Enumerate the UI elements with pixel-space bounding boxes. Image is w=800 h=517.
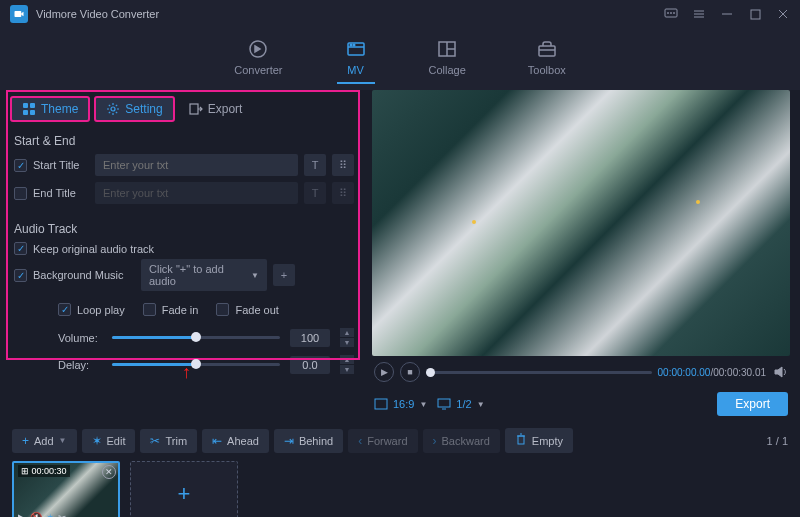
delay-value[interactable]: 0.0 [290, 356, 330, 374]
svg-rect-27 [190, 104, 198, 114]
svg-point-16 [353, 44, 355, 46]
converter-icon [247, 38, 269, 60]
svg-point-4 [674, 13, 675, 14]
aspect-ratio-dropdown[interactable]: 16:9 ▼ [374, 398, 427, 410]
toolbox-icon [536, 38, 558, 60]
chevron-down-icon: ▼ [251, 271, 259, 280]
export-icon [189, 102, 203, 116]
feedback-icon[interactable] [664, 7, 678, 21]
fade-in-checkbox[interactable] [143, 303, 156, 316]
bg-music-checkbox[interactable] [14, 269, 27, 282]
add-button[interactable]: +Add▼ [12, 429, 77, 453]
backward-icon: › [433, 434, 437, 448]
end-title-options-button[interactable]: ⠿ [332, 182, 354, 204]
tab-theme[interactable]: Theme [10, 96, 90, 122]
ahead-button[interactable]: ⇤Ahead [202, 429, 269, 453]
edit-button[interactable]: ✶Edit [82, 429, 136, 453]
gear-icon [106, 102, 120, 116]
delay-up[interactable]: ▲ [340, 355, 354, 364]
clip-remove-button[interactable]: ✕ [102, 465, 116, 479]
add-clip-button[interactable]: + [130, 461, 238, 517]
clip-mute-icon[interactable]: 🔇 [30, 512, 42, 517]
wand-icon: ✶ [92, 434, 102, 448]
section-audio-track: Audio Track [14, 222, 354, 236]
aspect-icon [374, 398, 388, 410]
start-title-input[interactable] [95, 154, 298, 176]
volume-value[interactable]: 100 [290, 329, 330, 347]
chevron-down-icon: ▼ [477, 400, 485, 409]
bg-music-dropdown[interactable]: Click "+" to add audio ▼ [141, 259, 267, 291]
titlebar: Vidmore Video Converter [0, 0, 800, 28]
backward-button[interactable]: ›Backward [423, 429, 500, 453]
end-title-font-button[interactable]: T [304, 182, 326, 204]
page-indicator: 1 / 1 [767, 435, 788, 447]
svg-rect-24 [23, 110, 28, 115]
scale-dropdown[interactable]: 1/2 ▼ [437, 398, 484, 410]
tab-setting[interactable]: Setting [94, 96, 174, 122]
nav-toolbox[interactable]: Toolbox [520, 36, 574, 84]
volume-down[interactable]: ▼ [340, 338, 354, 347]
empty-button[interactable]: Empty [505, 428, 573, 453]
keep-original-checkbox[interactable] [14, 242, 27, 255]
end-title-input[interactable] [95, 182, 298, 204]
tab-export[interactable]: Export [179, 96, 253, 122]
close-icon[interactable] [776, 7, 790, 21]
mv-icon [345, 38, 367, 60]
plus-icon: + [22, 434, 29, 448]
clip-play-icon[interactable]: ▶ [18, 512, 26, 517]
trim-button[interactable]: ✂Trim [140, 429, 197, 453]
svg-point-3 [671, 13, 672, 14]
svg-rect-22 [23, 103, 28, 108]
keep-original-label: Keep original audio track [33, 243, 154, 255]
export-button[interactable]: Export [717, 392, 788, 416]
delay-label: Delay: [58, 359, 102, 371]
play-button[interactable]: ▶ [374, 362, 394, 382]
clip-duration: ⊞ 00:00:30 [18, 465, 70, 477]
loop-play-checkbox[interactable] [58, 303, 71, 316]
bg-music-label: Background Music [33, 269, 135, 281]
svg-point-2 [668, 13, 669, 14]
preview-panel: ▶ ■ 00:00:00.00/00:00:30.01 16:9 ▼ 1/2 ▼… [368, 90, 800, 420]
start-title-font-button[interactable]: T [304, 154, 326, 176]
nav-converter[interactable]: Converter [226, 36, 290, 84]
trash-icon [515, 433, 527, 448]
volume-label: Volume: [58, 332, 102, 344]
clip-trim-icon[interactable]: ✂ [58, 512, 66, 517]
behind-button[interactable]: ⇥Behind [274, 429, 343, 453]
svg-rect-20 [539, 46, 555, 56]
stop-button[interactable]: ■ [400, 362, 420, 382]
preview-video[interactable] [372, 90, 790, 356]
svg-rect-31 [518, 436, 524, 444]
app-title: Vidmore Video Converter [36, 8, 159, 20]
time-display: 00:00:00.00/00:00:30.01 [658, 367, 766, 378]
volume-icon[interactable] [772, 364, 788, 380]
section-start-end: Start & End [14, 134, 354, 148]
forward-button[interactable]: ‹Forward [348, 429, 417, 453]
volume-up[interactable]: ▲ [340, 328, 354, 337]
app-logo [10, 5, 28, 23]
progress-bar[interactable] [426, 371, 652, 374]
nav-mv[interactable]: MV [337, 36, 375, 84]
clip-edit-icon[interactable]: ✶ [46, 512, 54, 517]
svg-rect-29 [438, 399, 450, 407]
chevron-down-icon: ▼ [419, 400, 427, 409]
volume-slider[interactable] [112, 336, 280, 339]
add-audio-button[interactable]: + [273, 264, 295, 286]
start-title-checkbox[interactable] [14, 159, 27, 172]
minimize-icon[interactable] [720, 7, 734, 21]
maximize-icon[interactable] [748, 7, 762, 21]
end-title-label: End Title [33, 187, 89, 199]
delay-slider[interactable] [112, 363, 280, 366]
behind-icon: ⇥ [284, 434, 294, 448]
start-title-label: Start Title [33, 159, 89, 171]
start-title-options-button[interactable]: ⠿ [332, 154, 354, 176]
fade-out-checkbox[interactable] [216, 303, 229, 316]
svg-rect-23 [30, 103, 35, 108]
svg-point-26 [111, 107, 115, 111]
menu-icon[interactable] [692, 7, 706, 21]
delay-down[interactable]: ▼ [340, 365, 354, 374]
svg-rect-28 [375, 399, 387, 409]
end-title-checkbox[interactable] [14, 187, 27, 200]
clip-thumbnail[interactable]: ⊞ 00:00:30 ▶ 🔇 ✶ ✂ ✕ [12, 461, 120, 517]
nav-collage[interactable]: Collage [421, 36, 474, 84]
